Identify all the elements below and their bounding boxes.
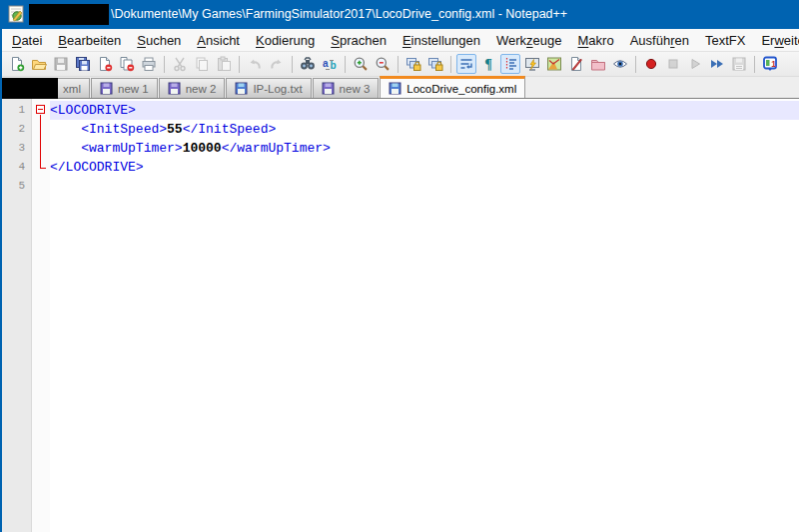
close-all-button[interactable] — [117, 54, 137, 74]
document-peek-button[interactable] — [610, 54, 630, 74]
line-number: 5 — [2, 177, 31, 196]
word-wrap-button[interactable] — [456, 54, 476, 74]
menu-sprachen[interactable]: Sprachen — [323, 30, 395, 51]
paste-button[interactable] — [214, 54, 234, 74]
indent-guide-button[interactable] — [500, 54, 520, 74]
word-wrap-icon — [458, 56, 474, 72]
copy-icon — [194, 56, 210, 72]
function-list-icon — [568, 56, 584, 72]
stop-recording-icon — [665, 56, 681, 72]
open-file-button[interactable] — [29, 54, 49, 74]
code-segment-tag: </warmUpTimer> — [222, 141, 331, 156]
close-button[interactable] — [95, 54, 115, 74]
code-segment-tag: </LOCODRIVE> — [50, 160, 144, 175]
tab-new-3[interactable]: new 3 — [313, 78, 380, 98]
close-icon — [97, 56, 113, 72]
line-number: 1 — [2, 101, 31, 120]
sync-horizontal-scroll-icon — [427, 56, 443, 72]
menu-erweiterungen[interactable]: Erweiterungen — [753, 30, 799, 51]
tab-label: xml — [63, 83, 81, 95]
code-segment-tag: <InitSpeed> — [81, 122, 167, 137]
cut-button[interactable] — [170, 54, 190, 74]
menu-makro[interactable]: Makro — [570, 30, 622, 51]
code-line-4[interactable]: </LOCODRIVE> — [50, 158, 799, 177]
copy-button[interactable] — [192, 54, 212, 74]
menu-textfx[interactable]: TextFX — [697, 30, 753, 51]
menu-ausfhren[interactable]: Ausführen — [622, 30, 697, 51]
zoom-out-button[interactable] — [373, 54, 393, 74]
svg-text:b: b — [331, 60, 337, 71]
find-button[interactable] — [298, 54, 318, 74]
toolbar-separator — [635, 56, 636, 73]
tab-ip-log-txt[interactable]: IP-Log.txt — [226, 78, 311, 98]
code-area[interactable]: <LOCODRIVE> <InitSpeed>55</InitSpeed> <w… — [50, 99, 799, 532]
run-macro-multiple-icon — [709, 56, 725, 72]
tab-locodrive-config-xml[interactable]: LocoDrive_config.xml — [380, 76, 525, 98]
user-defined-dialog-button[interactable] — [522, 54, 542, 74]
line-number: 2 — [2, 120, 31, 139]
save-all-button[interactable] — [73, 54, 93, 74]
code-segment-value: 10000 — [183, 141, 222, 156]
function-list-button[interactable] — [566, 54, 586, 74]
toolbar-separator — [398, 56, 399, 73]
redaction-box-title — [29, 4, 109, 25]
menu-kodierung[interactable]: Kodierung — [248, 30, 323, 51]
run-macro-multiple-button[interactable] — [707, 54, 727, 74]
fold-margin[interactable] — [32, 99, 50, 532]
paste-icon — [216, 56, 232, 72]
folder-as-workspace-button[interactable] — [588, 54, 608, 74]
plugin-button-1-button[interactable]: 1 — [760, 54, 780, 74]
redaction-box-tab — [2, 78, 58, 99]
play-macro-button[interactable] — [685, 54, 705, 74]
menu-einstellungen[interactable]: Einstellungen — [395, 30, 488, 51]
menu-suchen[interactable]: Suchen — [129, 30, 189, 51]
menu-ansicht[interactable]: Ansicht — [189, 30, 248, 51]
fold-guide-line — [40, 115, 41, 168]
svg-text:a: a — [323, 58, 329, 69]
plugin-button-1-icon: 1 — [762, 56, 778, 72]
save-button[interactable] — [51, 54, 71, 74]
code-line-2[interactable]: <InitSpeed>55</InitSpeed> — [50, 120, 799, 139]
tab-label: new 3 — [340, 83, 371, 95]
redo-icon — [269, 56, 285, 72]
line-number-margin: 12345 — [2, 99, 32, 532]
notepad-plus-plus-window: \Dokumente\My Games\FarmingSimulator2017… — [0, 0, 799, 532]
play-macro-icon — [687, 56, 703, 72]
code-line-5[interactable] — [50, 177, 799, 196]
find-icon — [300, 56, 316, 72]
tab-new-1[interactable]: new 1 — [91, 78, 158, 98]
new-file-button[interactable] — [7, 54, 27, 74]
fold-collapse-toggle[interactable] — [36, 105, 45, 114]
svg-text:1: 1 — [771, 59, 776, 69]
undo-button[interactable] — [245, 54, 265, 74]
print-button[interactable] — [139, 54, 159, 74]
document-map-button[interactable] — [544, 54, 564, 74]
menu-werkzeuge[interactable]: Werkzeuge — [488, 30, 570, 51]
redo-button[interactable] — [267, 54, 287, 74]
stop-recording-button[interactable] — [663, 54, 683, 74]
toolbar-separator — [345, 56, 346, 73]
sync-horizontal-scroll-button[interactable] — [425, 54, 445, 74]
zoom-in-button[interactable] — [351, 54, 371, 74]
notepad-plus-plus-icon — [8, 5, 25, 23]
code-line-1[interactable]: <LOCODRIVE> — [50, 101, 799, 120]
tab-new-2[interactable]: new 2 — [159, 78, 226, 98]
menu-datei[interactable]: Datei — [4, 30, 50, 51]
record-macro-button[interactable] — [641, 54, 661, 74]
replace-button[interactable]: ab — [320, 54, 340, 74]
user-defined-dialog-icon — [524, 56, 540, 72]
toolbar: ab¶1 — [2, 51, 799, 77]
file-saved-icon — [322, 82, 335, 95]
svg-text:¶: ¶ — [484, 57, 492, 72]
new-file-icon — [9, 56, 25, 72]
menu-bearbeiten[interactable]: Bearbeiten — [50, 30, 129, 51]
toolbar-separator — [754, 56, 755, 73]
cut-icon — [172, 56, 188, 72]
sync-vertical-scroll-button[interactable] — [403, 54, 423, 74]
titlebar[interactable]: \Dokumente\My Games\FarmingSimulator2017… — [2, 0, 799, 28]
editor[interactable]: 12345 <LOCODRIVE> <InitSpeed>55</InitSpe… — [2, 99, 799, 532]
save-macro-button[interactable] — [729, 54, 749, 74]
show-all-characters-button[interactable]: ¶ — [478, 54, 498, 74]
tab-label: new 1 — [118, 83, 149, 95]
code-line-3[interactable]: <warmUpTimer>10000</warmUpTimer> — [50, 139, 799, 158]
